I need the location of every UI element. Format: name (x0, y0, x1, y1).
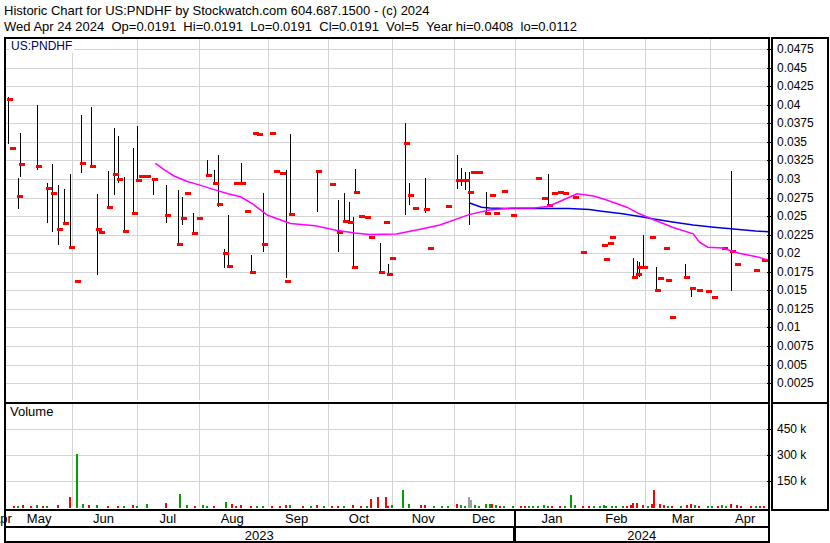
price-tick-mark (767, 123, 772, 124)
month-label: Apr (0, 511, 12, 526)
price-tick-label: 0.0075 (777, 339, 814, 353)
price-tick-mark (767, 105, 772, 106)
price-tick-label: 0.0325 (777, 153, 814, 167)
volume-pane-label: Volume (10, 404, 53, 419)
price-tick-label: 0.0225 (777, 228, 814, 242)
price-tick-mark (767, 179, 772, 180)
price-tick-label: 0.025 (777, 209, 807, 223)
price-tick-mark (767, 68, 772, 69)
price-tick-label: 0.0275 (777, 191, 814, 205)
price-tick-mark (767, 198, 772, 199)
price-tick-label: 0.035 (777, 135, 807, 149)
month-label: Aug (221, 511, 244, 526)
stock-chart-page: Historic Chart for US:PNDHF by Stockwatc… (0, 0, 830, 543)
price-tick-mark (767, 346, 772, 347)
price-tick-mark (767, 309, 772, 310)
month-label: Dec (472, 511, 495, 526)
volume-tick-mark (767, 455, 772, 456)
ma-fast-line (155, 163, 768, 260)
price-tick-label: 0.03 (777, 172, 800, 186)
price-tick-mark (767, 272, 772, 273)
price-tick-label: 0.0375 (777, 116, 814, 130)
price-tick-label: 0.0425 (777, 79, 814, 93)
price-tick-mark (767, 142, 772, 143)
year-label: 2023 (245, 528, 274, 543)
price-tick-mark (767, 383, 772, 384)
price-tick-label: 0.02 (777, 246, 800, 260)
moving-average-lines (0, 0, 830, 543)
price-tick-label: 0.045 (777, 61, 807, 75)
year-divider (514, 509, 516, 526)
ma-slow-line (469, 203, 768, 232)
month-label: Apr (735, 511, 755, 526)
price-tick-mark (767, 290, 772, 291)
month-label: Jun (93, 511, 114, 526)
month-label: Feb (605, 511, 627, 526)
volume-tick-mark (767, 429, 772, 430)
year-label: 2024 (627, 528, 656, 543)
month-label: Sep (285, 511, 308, 526)
volume-tick-mark (767, 481, 772, 482)
volume-tick-label: 450 k (777, 422, 806, 436)
volume-tick-label: 300 k (777, 448, 806, 462)
price-tick-label: 0.0125 (777, 302, 814, 316)
month-label: Jul (160, 511, 177, 526)
price-tick-label: 0.0475 (777, 42, 814, 56)
price-tick-label: 0.0025 (777, 376, 814, 390)
price-tick-label: 0.005 (777, 358, 807, 372)
symbol-label: US:PNDHF (9, 39, 74, 53)
price-tick-label: 0.0175 (777, 265, 814, 279)
price-tick-label: 0.015 (777, 283, 807, 297)
month-label: May (27, 511, 52, 526)
price-tick-label: 0.01 (777, 320, 800, 334)
month-label: Oct (349, 511, 369, 526)
month-label: Nov (412, 511, 435, 526)
price-tick-mark (767, 49, 772, 50)
price-tick-mark (767, 235, 772, 236)
month-label: Mar (672, 511, 694, 526)
price-tick-mark (767, 160, 772, 161)
month-label: Jan (542, 511, 563, 526)
price-tick-mark (767, 86, 772, 87)
price-tick-mark (767, 253, 772, 254)
price-tick-mark (767, 216, 772, 217)
price-tick-mark (767, 365, 772, 366)
volume-tick-label: 150 k (777, 474, 806, 488)
price-tick-mark (767, 327, 772, 328)
price-tick-label: 0.04 (777, 98, 800, 112)
